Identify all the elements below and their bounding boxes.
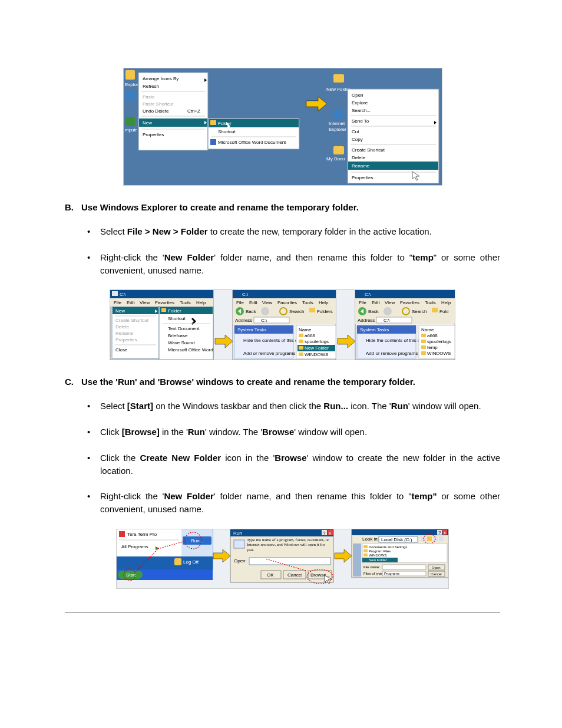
svg-text:View: View: [140, 300, 150, 305]
svg-text:Edit: Edit: [127, 300, 135, 305]
section-c-title: Use the 'Run' and 'Browse' windows to cr…: [81, 377, 415, 387]
svg-rect-197: [234, 540, 244, 548]
svg-text:Name: Name: [299, 327, 312, 332]
svg-text:Back: Back: [368, 309, 379, 314]
svg-text:Microsoft Office Word Document: Microsoft Office Word Document: [218, 140, 286, 145]
svg-rect-226: [363, 545, 368, 548]
svg-text:Open: Open: [432, 566, 441, 569]
svg-text:Folders: Folders: [317, 309, 333, 314]
svg-rect-165: [421, 345, 426, 349]
svg-rect-34: [333, 110, 343, 119]
svg-text:Folder: Folder: [168, 308, 181, 314]
svg-rect-191: [230, 529, 333, 536]
svg-text:Close: Close: [115, 347, 128, 353]
svg-text:Ctrl+Z: Ctrl+Z: [187, 108, 200, 114]
svg-marker-130: [338, 335, 355, 348]
svg-text:mputr: mputr: [125, 127, 137, 133]
svg-text:Edit: Edit: [249, 300, 258, 305]
svg-rect-121: [299, 334, 303, 337]
svg-text:spoolerlogs: spoolerlogs: [305, 339, 329, 344]
svg-rect-199: [249, 558, 330, 565]
svg-text:New Folder: New Folder: [305, 345, 329, 351]
svg-marker-209: [335, 549, 352, 562]
svg-point-145: [384, 307, 392, 315]
section-c-heading: C. Use the 'Run' and 'Browse' windows to…: [65, 377, 500, 387]
svg-rect-123: [299, 340, 303, 343]
svg-marker-189: [213, 549, 230, 562]
svg-text:Open:: Open:: [234, 558, 247, 564]
svg-rect-211: [352, 529, 448, 535]
svg-text:System Tasks: System Tasks: [237, 327, 266, 332]
svg-text:All Programs: All Programs: [121, 544, 148, 549]
svg-text:Favorites: Favorites: [277, 300, 297, 305]
svg-text:Send To: Send To: [352, 118, 369, 124]
section-c-step-3: Click the Create New Folder icon in the …: [100, 452, 500, 477]
section-b-step-2: Right-click the 'New Folder' folder name…: [100, 251, 500, 277]
svg-text:Create Shortcut: Create Shortcut: [115, 318, 149, 323]
svg-text:Cancel: Cancel: [287, 572, 302, 578]
svg-text:File: File: [114, 300, 121, 305]
svg-text:Edit: Edit: [372, 300, 381, 305]
svg-text:Back: Back: [246, 309, 257, 314]
svg-rect-59: [112, 291, 118, 296]
svg-text:Paste Shortcut: Paste Shortcut: [143, 101, 174, 107]
svg-rect-161: [421, 334, 426, 337]
svg-text:x: x: [444, 530, 446, 535]
svg-text:Microsoft Office Word: Microsoft Office Word: [168, 347, 213, 353]
svg-text:Text Document: Text Document: [168, 326, 200, 331]
section-b-heading: B. Use Windows Explorer to create and re…: [65, 202, 500, 212]
svg-rect-235: [382, 565, 426, 569]
section-c-step-4: Right-click the 'New Folder' folder name…: [100, 490, 500, 516]
svg-text:Local Disk (C:): Local Disk (C:): [381, 537, 412, 542]
svg-text:Favorites: Favorites: [155, 300, 174, 305]
svg-text:Properties: Properties: [143, 132, 164, 137]
svg-text:File: File: [236, 300, 244, 305]
svg-text:Address: Address: [235, 318, 252, 323]
svg-text:x: x: [329, 531, 331, 536]
svg-rect-167: [421, 351, 426, 355]
svg-text:Help: Help: [196, 300, 206, 305]
svg-text:Address: Address: [358, 318, 375, 323]
svg-text:Name: Name: [421, 327, 434, 332]
svg-text:Help: Help: [319, 300, 329, 305]
svg-text:File: File: [359, 300, 366, 305]
svg-text:New: New: [143, 120, 152, 126]
svg-rect-108: [309, 308, 315, 312]
svg-text:Help: Help: [441, 300, 451, 305]
svg-text:Explore: Explore: [352, 100, 368, 106]
svg-text:Cut: Cut: [352, 129, 359, 134]
svg-rect-112: [254, 317, 289, 323]
svg-text:Program Files: Program Files: [369, 549, 391, 553]
svg-text:spoolerlogs: spoolerlogs: [427, 339, 451, 344]
svg-text:?: ?: [438, 530, 441, 535]
svg-rect-27: [210, 139, 216, 145]
svg-text:New Folder: New Folder: [326, 87, 351, 92]
svg-text:Rename: Rename: [115, 331, 134, 336]
svg-text:Properties: Properties: [115, 337, 137, 342]
svg-text:C:\: C:\: [384, 318, 390, 323]
svg-text:Add or remove programs: Add or remove programs: [366, 351, 418, 356]
svg-rect-180: [174, 558, 181, 565]
svg-rect-92: [233, 290, 336, 298]
svg-text:System Tasks: System Tasks: [360, 327, 389, 332]
figure-desktop-context-menu: Explorer mputr Arrange Icons By Refresh …: [123, 68, 442, 186]
section-b-title: Use Windows Explorer to create and renam…: [81, 202, 359, 212]
svg-rect-1: [125, 70, 135, 80]
svg-text:Arrange Icons By: Arrange Icons By: [143, 76, 178, 81]
svg-text:Tera Term Pro: Tera Term Pro: [127, 532, 157, 537]
svg-text:Run: Run: [233, 531, 242, 536]
svg-text:Shortcut: Shortcut: [168, 316, 186, 321]
svg-rect-2: [125, 91, 135, 100]
svg-text:Fold: Fold: [439, 309, 449, 314]
svg-text:View: View: [385, 300, 395, 305]
svg-text:Open: Open: [352, 93, 363, 98]
svg-marker-90: [215, 335, 233, 348]
svg-rect-163: [421, 340, 426, 343]
svg-text:Rename: Rename: [352, 163, 370, 169]
svg-text:Log Off: Log Off: [183, 559, 199, 565]
svg-text:Copy: Copy: [352, 137, 363, 142]
svg-text:New Folder: New Folder: [369, 558, 387, 562]
svg-text:Cancel: Cancel: [431, 572, 442, 576]
svg-text:Programs: Programs: [384, 572, 399, 575]
svg-text:Search: Search: [412, 309, 427, 314]
